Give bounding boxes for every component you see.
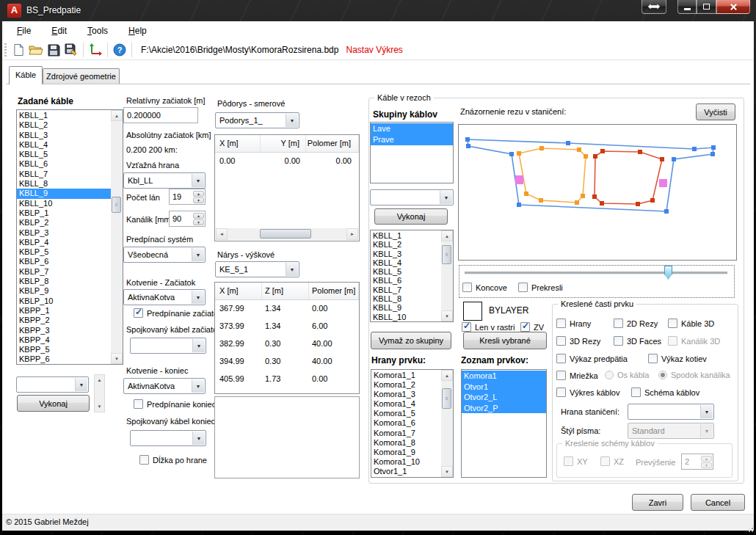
table-row[interactable]: 382.990.3040.00 [215, 335, 359, 353]
relativny-zaciatok-input[interactable] [123, 107, 198, 123]
chevron-down-icon[interactable]: ▼ [286, 114, 298, 127]
chevron-down-icon[interactable]: ▼ [192, 339, 205, 352]
down-arrow-icon[interactable]: ▼ [95, 401, 104, 412]
predpinaci-system-combobox[interactable]: Všeobecná ▼ [123, 247, 206, 263]
vertical-scrollbar[interactable]: ▲ ≡ ▼ [441, 370, 453, 477]
list-item[interactable]: KBLL_4 [371, 258, 441, 267]
menu-item[interactable]: File [17, 26, 31, 36]
kanalik-stepper[interactable]: 90 ▲▼ [169, 211, 206, 227]
vertical-scrollbar[interactable]: ▲ ≡ ▼ [441, 230, 453, 321]
menu-item[interactable]: Tools [87, 26, 108, 36]
table-row[interactable]: 394.990.3040.00 [215, 353, 359, 371]
chevron-down-icon[interactable]: ▼ [192, 174, 204, 187]
list-item[interactable]: Otvor2_L [462, 392, 546, 403]
predpinanie-koniec-checkbox[interactable]: Predpínanie koniec [134, 399, 216, 409]
table-row[interactable]: 367.991.340.00 [215, 300, 359, 318]
koncove-checkbox[interactable]: Koncove [462, 283, 507, 292]
scroll-left-icon[interactable]: ◄ [216, 228, 228, 240]
chevron-down-icon[interactable]: ▼ [192, 379, 204, 393]
minimize-button[interactable] [677, 0, 697, 14]
list-item[interactable]: KBLL_2 [371, 240, 441, 249]
kresli-vybrane-button[interactable]: Kresli vybrané [463, 332, 547, 349]
scroll-down-icon[interactable]: ▼ [441, 310, 453, 321]
list-item[interactable]: Komora1_10 [371, 457, 441, 467]
faces-3d-checkbox[interactable]: 3D Faces [614, 336, 661, 346]
list-item[interactable]: KBPP_6 [17, 354, 111, 364]
list-item[interactable]: Komora1_8 [371, 438, 441, 448]
zavri-button[interactable]: Zavri [632, 494, 683, 511]
scrollbar-thumb[interactable]: ≡ [112, 197, 121, 213]
scroll-down-icon[interactable]: ▼ [441, 466, 453, 477]
hrany-checkbox[interactable]: Hrany [556, 319, 591, 328]
list-item[interactable]: KBLL_9 [371, 303, 441, 312]
list-item[interactable]: KBLL_7 [371, 285, 441, 294]
list-item[interactable]: KBLL_4 [17, 140, 111, 150]
list-item[interactable]: Komora1 [462, 371, 546, 382]
list-item[interactable]: Komora1_7 [371, 429, 441, 438]
list-item[interactable]: Komora1_5 [371, 409, 441, 418]
list-item[interactable]: KBLP_5 [17, 247, 111, 257]
list-item[interactable]: KBLP_3 [17, 228, 111, 238]
list-item[interactable]: Otvor1 [462, 382, 546, 393]
list-item[interactable]: KBLL_3 [17, 131, 111, 140]
up-arrow-icon[interactable]: ▲ [193, 213, 204, 219]
bylayer-color-swatch[interactable] [463, 302, 482, 321]
up-arrow-icon[interactable]: ▲ [95, 375, 104, 385]
list-item[interactable]: Komora1_6 [371, 418, 441, 428]
kotvenie-koniec-combobox[interactable]: AktivnaKotva ▼ [123, 378, 206, 394]
list-item[interactable]: KBLL_8 [17, 179, 111, 189]
list-item[interactable]: KBLP_4 [17, 238, 111, 247]
list-item[interactable]: KBLL_3 [371, 250, 441, 258]
list-item[interactable]: KBLP_9 [17, 286, 111, 296]
list-item[interactable]: KBPP_2 [17, 316, 111, 325]
hrany-listbox[interactable]: Komora1_1Komora1_2Komora1_3Komora1_4Komo… [371, 369, 454, 478]
dlzka-po-hrane-checkbox[interactable]: Dĺžka po hrane [139, 455, 207, 465]
save-icon[interactable] [45, 42, 62, 58]
spojkovany-koniec-combobox[interactable]: ▼ [130, 430, 206, 446]
list-item[interactable]: KBLL_10 [371, 313, 441, 321]
horizontal-scrollbar[interactable]: ◄ ► [216, 228, 358, 240]
list-item[interactable]: Komora1_3 [371, 390, 441, 399]
list-item[interactable]: Prave [371, 134, 453, 145]
schema-kablov-checkbox[interactable]: Schéma káblov [631, 387, 699, 397]
kotvenie-zaciatok-combobox[interactable]: AktivnaKotva ▼ [123, 289, 206, 305]
down-arrow-icon[interactable]: ▼ [193, 219, 204, 225]
list-item[interactable]: KBLL_7 [17, 170, 111, 179]
list-item[interactable]: Komora1_4 [371, 399, 441, 409]
rez-cable-listbox[interactable]: KBLL_1KBLL_2KBLL_3KBLL_4KBLL_5KBLL_6KBLL… [370, 230, 454, 322]
table-row[interactable]: 0.000.000.00 [215, 153, 359, 170]
zv-checkbox[interactable]: ZV [520, 322, 544, 332]
podorys-table[interactable]: X [m]Y [m]Polomer [m] 0.000.000.00 ◄ ► [214, 134, 360, 241]
scroll-up-icon[interactable]: ▲ [111, 110, 123, 121]
table-row[interactable]: 373.991.346.00 [215, 318, 359, 335]
vykres-kablov-checkbox[interactable]: Výkres káblov [556, 387, 619, 397]
predpinanie-zaciatok-checkbox[interactable]: Predpínanie začiatok [134, 308, 222, 318]
vykonaj-button[interactable]: Vykonaj [17, 395, 90, 412]
tab-kable[interactable]: Káble [9, 66, 43, 84]
list-item[interactable]: Komora1_9 [371, 448, 441, 457]
hrana-stanicenia-combobox[interactable]: ▼ [628, 404, 714, 420]
toolbar-grip[interactable] [4, 43, 7, 57]
menu-item[interactable]: Edit [51, 26, 67, 36]
list-item[interactable]: KBLL_6 [371, 276, 441, 285]
rezy-3d-checkbox[interactable]: 3D Rezy [556, 336, 600, 346]
chevron-down-icon[interactable]: ▼ [440, 191, 452, 204]
scrollbar-thumb[interactable]: ≡ [442, 388, 451, 409]
list-item[interactable]: KBLP_1 [17, 208, 111, 218]
skupiny-listbox[interactable]: LavePrave [370, 122, 454, 183]
cable-action-combobox[interactable]: ▼ [16, 376, 89, 393]
chevron-down-icon[interactable]: ▼ [192, 432, 205, 445]
chevron-down-icon[interactable]: ▼ [75, 378, 87, 391]
narys-table[interactable]: X [m]Z [m]Polomer [m] 367.991.340.00 373… [214, 282, 360, 394]
vztazna-hrana-combobox[interactable]: Kbl_LL ▼ [123, 172, 206, 189]
list-item[interactable]: KBLL_8 [371, 294, 441, 303]
down-arrow-icon[interactable]: ▼ [193, 197, 204, 203]
skupiny-combobox[interactable]: ▼ [370, 189, 454, 205]
chevron-down-icon[interactable]: ▼ [192, 291, 204, 304]
list-item[interactable]: KBLL_1 [371, 231, 441, 240]
list-item[interactable]: KBLL_10 [17, 199, 111, 208]
vymaz-zo-skupiny-button[interactable]: Vymaž zo skupiny [371, 332, 451, 349]
new-file-icon[interactable] [10, 42, 27, 58]
list-item[interactable]: KBLP_2 [17, 218, 111, 228]
maximize-button[interactable] [697, 0, 716, 14]
